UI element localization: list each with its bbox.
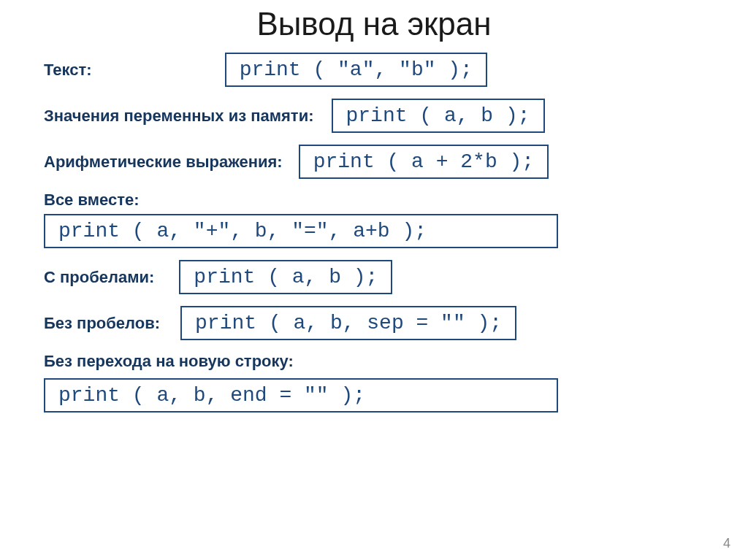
code-with-spaces: print ( a, b ); bbox=[179, 260, 392, 294]
label-without-spaces: Без пробелов: bbox=[44, 314, 160, 333]
row-without-spaces: Без пробелов: print ( a, b, sep = "" ); bbox=[0, 306, 748, 340]
row-with-spaces: С пробелами: print ( a, b ); bbox=[0, 260, 748, 294]
code-arithmetic: print ( a + 2*b ); bbox=[299, 145, 549, 179]
row-arithmetic: Арифметические выражения: print ( a + 2*… bbox=[0, 145, 748, 179]
row-all-together-label: Все вместе: bbox=[0, 191, 748, 210]
page-number: 4 bbox=[723, 536, 730, 551]
label-arithmetic: Арифметические выражения: bbox=[44, 153, 283, 172]
code-no-newline: print ( a, b, end = "" ); bbox=[44, 378, 558, 413]
row-no-newline-label: Без перехода на новую строку: bbox=[0, 352, 748, 371]
row-text: Текст: print ( "a", "b" ); bbox=[0, 53, 748, 87]
slide-title: Вывод на экран bbox=[0, 0, 748, 53]
label-with-spaces: С пробелами: bbox=[44, 268, 154, 287]
code-variables: print ( a, b ); bbox=[332, 99, 545, 133]
label-no-newline: Без перехода на новую строку: bbox=[44, 352, 294, 371]
code-all-together: print ( a, "+", b, "=", a+b ); bbox=[44, 214, 558, 248]
label-variables: Значения переменных из памяти: bbox=[44, 107, 314, 126]
label-all-together: Все вместе: bbox=[44, 191, 140, 210]
code-without-spaces: print ( a, b, sep = "" ); bbox=[180, 306, 516, 340]
code-text: print ( "a", "b" ); bbox=[225, 53, 487, 87]
row-variables: Значения переменных из памяти: print ( a… bbox=[0, 99, 748, 133]
label-text: Текст: bbox=[44, 61, 92, 80]
